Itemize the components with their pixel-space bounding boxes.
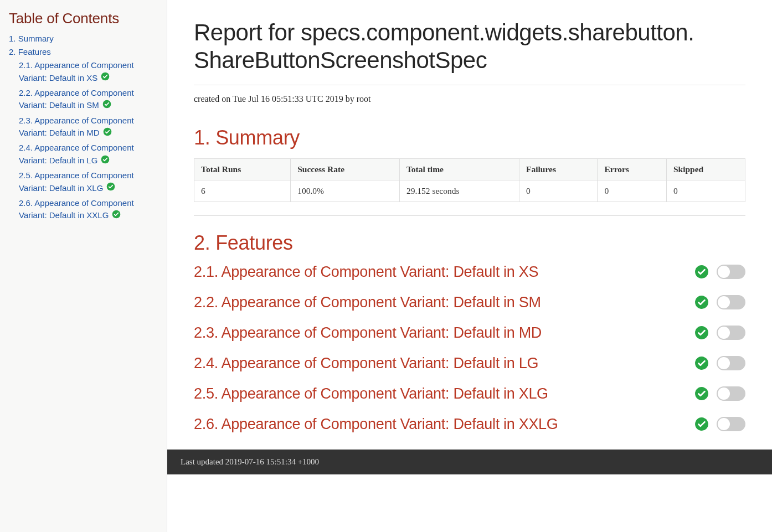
toc-link[interactable]: 2.3. Appearance of Component Variant: De…	[19, 116, 134, 138]
check-circle-icon	[694, 417, 709, 431]
th-failures: Failures	[519, 158, 597, 180]
toc-item-summary: 1. Summary	[9, 33, 158, 45]
feature-row: 2.5. Appearance of Component Variant: De…	[194, 385, 745, 402]
toc-link[interactable]: 2.4. Appearance of Component Variant: De…	[19, 143, 134, 165]
toc-subitem: 2.5. Appearance of Component Variant: De…	[19, 169, 158, 195]
feature-title: 2.5. Appearance of Component Variant: De…	[194, 385, 548, 402]
divider	[194, 215, 745, 216]
th-total-runs: Total Runs	[194, 158, 291, 180]
td-total-time: 29.152 seconds	[399, 180, 519, 202]
summary-table: Total Runs Success Rate Total time Failu…	[194, 158, 745, 202]
check-circle-icon	[694, 295, 709, 309]
toggle-knob	[718, 418, 730, 430]
footer-text: Last updated 2019-07-16 15:51:34 +1000	[181, 457, 319, 466]
check-circle-icon	[694, 326, 709, 340]
created-meta: created on Tue Jul 16 05:51:33 UTC 2019 …	[194, 94, 745, 104]
th-errors: Errors	[598, 158, 666, 180]
td-success-rate: 100.0%	[291, 180, 400, 202]
feature-controls	[694, 356, 745, 370]
toc-title: Table of Contents	[9, 10, 158, 27]
feature-row: 2.1. Appearance of Component Variant: De…	[194, 264, 745, 281]
check-circle-icon	[694, 356, 709, 370]
toc-subitem: 2.2. Appearance of Component Variant: De…	[19, 87, 158, 112]
feature-title: 2.3. Appearance of Component Variant: De…	[194, 324, 542, 342]
td-total-runs: 6	[194, 180, 291, 202]
summary-heading: 1. Summary	[194, 126, 745, 149]
th-success-rate: Success Rate	[291, 158, 400, 180]
feature-row: 2.2. Appearance of Component Variant: De…	[194, 294, 745, 311]
feature-controls	[694, 295, 745, 309]
divider	[194, 85, 745, 85]
td-skipped: 0	[666, 180, 745, 202]
page-title: Report for specs.component.widgets.share…	[194, 19, 745, 75]
check-circle-icon	[101, 72, 110, 85]
features-heading: 2. Features	[194, 231, 745, 255]
main-content: Report for specs.component.widgets.share…	[167, 0, 772, 532]
expand-toggle[interactable]	[717, 356, 745, 370]
toc-link[interactable]: 2.1. Appearance of Component Variant: De…	[19, 60, 134, 82]
toggle-knob	[718, 296, 730, 308]
check-circle-icon	[112, 210, 121, 223]
feature-title: 2.1. Appearance of Component Variant: De…	[194, 264, 538, 281]
feature-title: 2.4. Appearance of Component Variant: De…	[194, 355, 538, 372]
toc-subitem: 2.4. Appearance of Component Variant: De…	[19, 142, 158, 167]
th-total-time: Total time	[399, 158, 519, 180]
td-failures: 0	[519, 180, 597, 202]
toc-list: 1. Summary 2. Features 2.1. Appearance o…	[9, 33, 158, 223]
th-skipped: Skipped	[666, 158, 745, 180]
check-circle-icon	[694, 386, 709, 401]
feature-row: 2.3. Appearance of Component Variant: De…	[194, 324, 745, 342]
toc-link-summary[interactable]: 1. Summary	[9, 34, 54, 43]
toc-link[interactable]: 2.5. Appearance of Component Variant: De…	[19, 171, 134, 193]
toc-link-features[interactable]: 2. Features	[9, 47, 51, 56]
toc-subitem: 2.1. Appearance of Component Variant: De…	[19, 59, 158, 85]
expand-toggle[interactable]	[717, 295, 745, 309]
toc-item-features: 2. Features 2.1. Appearance of Component…	[9, 46, 158, 223]
check-circle-icon	[694, 265, 709, 279]
expand-toggle[interactable]	[717, 265, 745, 279]
feature-controls	[694, 326, 745, 340]
toggle-knob	[718, 266, 730, 278]
toggle-knob	[718, 388, 730, 400]
feature-title: 2.2. Appearance of Component Variant: De…	[194, 294, 541, 311]
toggle-knob	[718, 327, 730, 339]
check-circle-icon	[101, 155, 110, 168]
table-row: 6 100.0% 29.152 seconds 0 0 0	[194, 180, 745, 202]
check-circle-icon	[102, 100, 111, 112]
feature-row: 2.6. Appearance of Component Variant: De…	[194, 416, 745, 433]
td-errors: 0	[598, 180, 666, 202]
feature-row: 2.4. Appearance of Component Variant: De…	[194, 355, 745, 372]
table-header-row: Total Runs Success Rate Total time Failu…	[194, 158, 745, 180]
toc-link[interactable]: 2.2. Appearance of Component Variant: De…	[19, 88, 134, 110]
feature-controls	[694, 417, 745, 431]
features-container: 2.1. Appearance of Component Variant: De…	[194, 264, 745, 433]
feature-controls	[694, 386, 745, 401]
toc-sublist: 2.1. Appearance of Component Variant: De…	[9, 59, 158, 223]
toggle-knob	[718, 357, 730, 369]
toc-subitem: 2.3. Appearance of Component Variant: De…	[19, 115, 158, 140]
feature-title: 2.6. Appearance of Component Variant: De…	[194, 416, 558, 433]
toc-subitem: 2.6. Appearance of Component Variant: De…	[19, 197, 158, 223]
feature-controls	[694, 265, 745, 279]
check-circle-icon	[106, 182, 115, 195]
check-circle-icon	[103, 127, 112, 140]
expand-toggle[interactable]	[717, 386, 745, 401]
expand-toggle[interactable]	[717, 417, 745, 431]
toc-sidebar: Table of Contents 1. Summary 2. Features…	[0, 0, 167, 532]
footer: Last updated 2019-07-16 15:51:34 +1000	[167, 450, 772, 474]
expand-toggle[interactable]	[717, 326, 745, 340]
